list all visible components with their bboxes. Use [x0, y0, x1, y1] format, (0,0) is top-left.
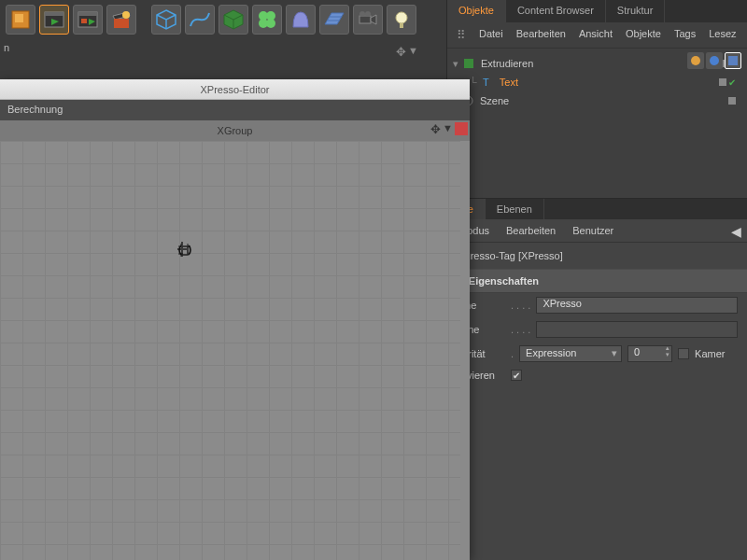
svg-marker-20	[371, 15, 376, 24]
xpresso-editor-window[interactable]: XPresso-Editor Berechnung XGroup ✥ ▼	[0, 79, 470, 560]
svg-rect-19	[359, 16, 371, 23]
tab-structure[interactable]: Struktur	[606, 0, 666, 22]
menu-edit[interactable]: Bearbeiten	[516, 28, 566, 42]
input-name[interactable]: XPresso	[536, 297, 738, 314]
xpresso-titlebar[interactable]: XPresso-Editor	[0, 79, 470, 100]
attr-title: XPresso-Tag [XPresso]	[447, 243, 747, 269]
xpresso-menu: Berechnung	[0, 100, 470, 120]
menu-berechnung[interactable]: Berechnung	[7, 104, 63, 115]
timeline-button[interactable]	[39, 5, 69, 35]
attr-row-name: ame. . . . XPresso	[447, 293, 747, 317]
select-priority[interactable]: Expression	[519, 345, 622, 362]
filter-icon-3[interactable]	[725, 52, 741, 69]
anim-clip-button[interactable]	[73, 5, 103, 35]
tree-row-scene[interactable]: 0 Szene	[453, 91, 741, 110]
move-icon[interactable]: ✥	[430, 122, 441, 136]
svg-rect-24	[400, 23, 403, 28]
svg-point-23	[396, 12, 407, 23]
objects-panel: Objekte Content Browser Struktur ⠿ Datei…	[446, 0, 747, 198]
attr-menu: Modus Bearbeiten Benutzer ◀	[447, 219, 747, 243]
filter-icon-2[interactable]	[706, 52, 723, 69]
attr-row-priority: riorität. Expression 0 Kamer	[447, 342, 747, 366]
attributes-panel: ibute Ebenen Modus Bearbeiten Benutzer ◀…	[446, 198, 747, 560]
svg-rect-27	[728, 56, 738, 65]
input-priority-num[interactable]: 0	[627, 345, 672, 362]
xpresso-canvas[interactable]	[0, 141, 460, 560]
object-tree[interactable]: ▾ Extrudieren ✔ └ T Text ✔ 0 Szene	[447, 49, 747, 116]
svg-rect-3	[45, 12, 63, 16]
checkbox-activate[interactable]: ✔	[511, 370, 522, 381]
menu-file[interactable]: Datei	[479, 28, 503, 42]
menu-objects[interactable]: Objekte	[626, 28, 661, 42]
svg-rect-1	[15, 14, 23, 22]
attr-tabs: ibute Ebenen	[447, 199, 747, 219]
obj-label: Szene	[480, 95, 509, 106]
tab-content-browser[interactable]: Content Browser	[506, 0, 606, 22]
output-port[interactable]	[455, 122, 468, 135]
cloner-button[interactable]	[252, 5, 282, 35]
menu-view[interactable]: Ansicht	[579, 28, 613, 42]
objects-menu: ⠿ Datei Bearbeiten Ansicht Objekte Tags …	[447, 22, 747, 49]
cube-button[interactable]	[151, 5, 181, 35]
svg-point-10	[122, 11, 130, 19]
svg-point-21	[359, 11, 365, 17]
svg-point-16	[266, 19, 275, 28]
xgroup-title: XGroup	[218, 125, 253, 136]
tab-objects[interactable]: Objekte	[447, 0, 506, 22]
extrude-icon	[462, 57, 475, 70]
svg-rect-7	[81, 19, 87, 23]
deformer-button[interactable]	[286, 5, 316, 35]
camera-button[interactable]	[353, 5, 383, 35]
obj-label: Text	[500, 77, 518, 88]
xpresso-title: XPresso-Editor	[201, 84, 270, 95]
attr-row-activate: ktivieren ✔	[447, 366, 747, 385]
input-layer[interactable]	[536, 321, 738, 338]
obj-label: Extrudieren	[481, 58, 533, 69]
attr-section-basic[interactable]: is-Eigenschaften	[447, 269, 747, 293]
collapse-toggle[interactable]: ▾	[453, 58, 458, 70]
menu-tags[interactable]: Tags	[674, 28, 696, 42]
filter-icon-1[interactable]	[687, 52, 704, 69]
tree-connector: └	[470, 77, 477, 88]
svg-rect-9	[114, 19, 129, 28]
text-icon: T	[481, 76, 494, 89]
tree-row-text[interactable]: └ T Text ✔	[453, 73, 741, 91]
menu-bookmarks[interactable]: Lesez	[709, 28, 736, 42]
nav-forward-icon[interactable]: ◀	[731, 224, 741, 239]
new-scene-button[interactable]	[6, 5, 35, 35]
attr-menu-user[interactable]: Benutzer	[572, 225, 613, 236]
spline-button[interactable]	[185, 5, 215, 35]
light-button[interactable]	[387, 5, 416, 35]
clapper-button[interactable]	[106, 5, 136, 35]
attr-row-layer: bene. . . .	[447, 317, 747, 342]
collapse-icon[interactable]: ▼	[443, 122, 453, 136]
floor-button[interactable]	[319, 5, 349, 35]
svg-text:T: T	[483, 77, 489, 88]
svg-point-26	[710, 56, 719, 65]
attr-menu-edit[interactable]: Bearbeiten	[506, 225, 556, 236]
array-button[interactable]	[218, 5, 248, 35]
svg-point-25	[691, 56, 700, 65]
grip-icon[interactable]: ⠿	[457, 28, 466, 42]
tab-layers[interactable]: Ebenen	[486, 199, 544, 219]
main-toolbar	[0, 0, 446, 39]
checkbox-camera[interactable]	[678, 348, 689, 359]
xgroup-header[interactable]: XGroup ✥ ▼	[0, 120, 470, 141]
layer-filters[interactable]	[687, 52, 741, 69]
svg-rect-28	[464, 59, 473, 68]
svg-rect-6	[78, 12, 97, 16]
panel-tabs: Objekte Content Browser Struktur	[447, 0, 747, 22]
breadcrumb: n	[4, 42, 450, 59]
label-camera: Kamer	[695, 348, 725, 359]
svg-point-22	[365, 11, 371, 17]
